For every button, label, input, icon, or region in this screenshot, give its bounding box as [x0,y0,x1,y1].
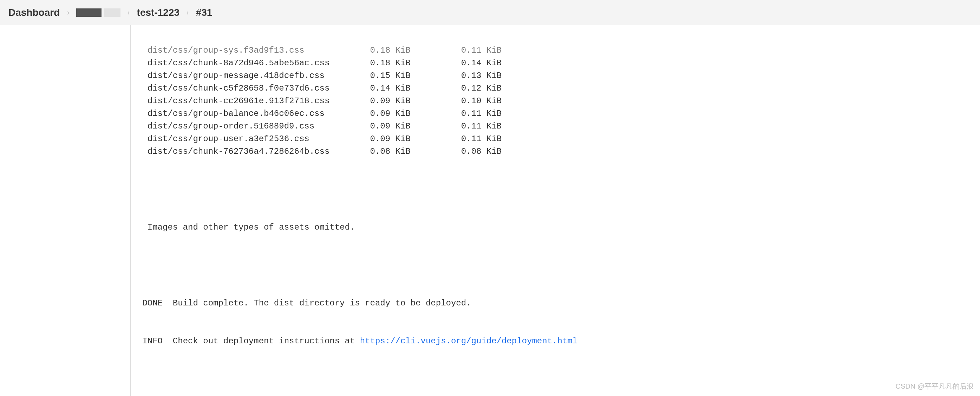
info-text: Check out deployment instructions at [167,336,360,346]
main-content: [base] dist/css/group-sys.f3ad9f13.css 0… [0,25,980,396]
file-row: dist/css/group-message.418dcefb.css 0.15… [137,70,980,82]
chevron-right-icon: › [186,8,189,16]
done-label: DONE [137,298,167,308]
chevron-right-icon: › [127,8,130,16]
deployment-guide-link[interactable]: https://cli.vuejs.org/guide/deployment.h… [360,336,578,346]
breadcrumb-dashboard[interactable]: Dashboard [8,7,60,18]
console-line: Images and other types of assets omitted… [137,221,980,234]
file-row: dist/css/group-user.a3ef2536.css 0.09 Ki… [137,133,980,145]
console-line: INFO Check out deployment instructions a… [137,335,980,348]
console-line: DONE Build complete. The dist directory … [137,297,980,310]
chevron-right-icon: › [67,8,69,16]
breadcrumb-build-number[interactable]: #31 [196,7,213,18]
info-label: INFO [137,336,167,346]
console-line [137,183,980,196]
console-line [137,373,980,385]
file-row: dist/css/chunk-8a72d946.5abe56ac.css 0.1… [137,57,980,70]
file-row: dist/css/chunk-762736a4.7286264b.css 0.0… [137,145,980,158]
console-gutter: [base] [0,25,130,396]
file-row: dist/css/chunk-c5f28658.f0e737d6.css 0.1… [137,82,980,95]
file-row: dist/css/group-sys.f3ad9f13.css 0.18 KiB… [137,44,980,57]
file-row: dist/css/group-balance.b46c06ec.css 0.09… [137,107,980,120]
redacted-light [103,8,121,17]
breadcrumb-project[interactable]: test-1223 [137,7,180,18]
breadcrumb-redacted[interactable] [76,8,121,17]
breadcrumb: Dashboard › › test-1223 › #31 [0,0,980,25]
file-row: dist/css/chunk-cc26961e.913f2718.css 0.0… [137,95,980,107]
file-row: dist/css/group-order.516889d9.css 0.09 K… [137,120,980,133]
done-text: Build complete. The dist directory is re… [167,298,471,308]
console-line [137,259,980,272]
redacted-dark [76,8,102,17]
console-output: dist/css/group-sys.f3ad9f13.css 0.18 KiB… [130,25,980,396]
